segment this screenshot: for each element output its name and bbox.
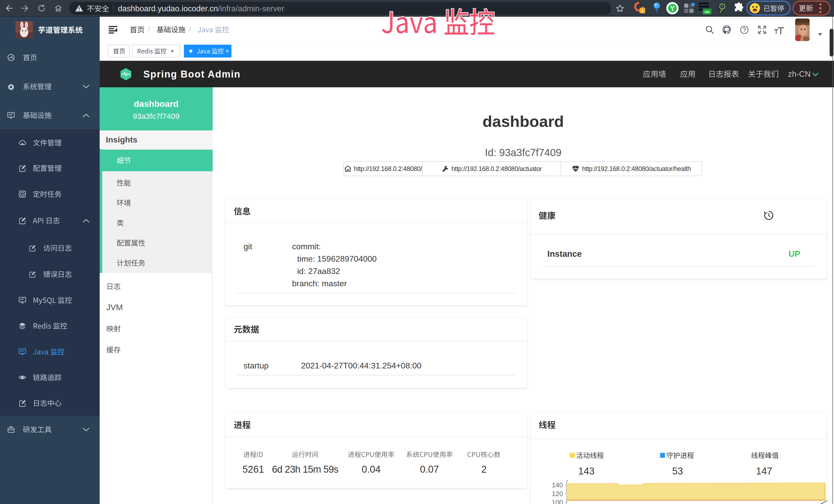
svg-text:on: on [705,9,709,14]
svg-text:1: 1 [641,8,644,13]
